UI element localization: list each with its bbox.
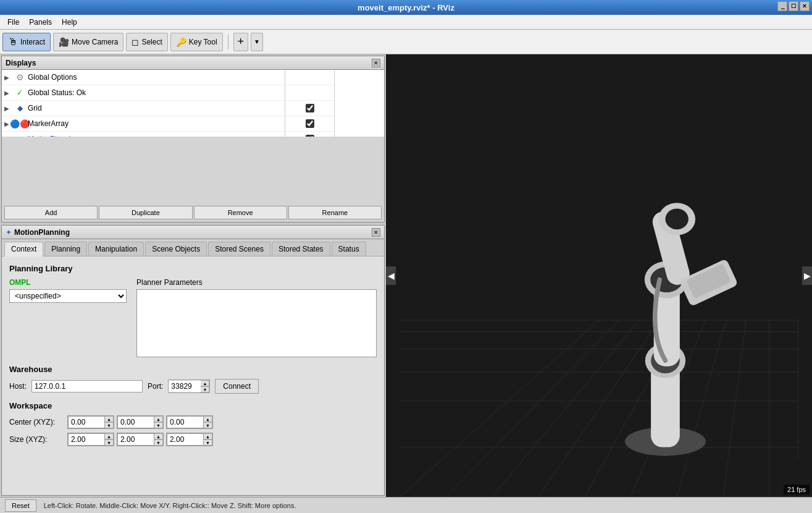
center-z-input[interactable] [167, 416, 204, 428]
menu-help[interactable]: Help [57, 17, 82, 28]
maximize-btn[interactable]: ☐ [789, 1, 798, 11]
ompl-label: OMPL [9, 278, 127, 287]
expand-global-status[interactable]: ▶ [4, 90, 14, 96]
center-y-down-btn[interactable]: ▼ [154, 422, 163, 428]
center-y-input[interactable] [117, 416, 154, 428]
minimize-btn[interactable]: ⎯ [777, 1, 787, 11]
size-y-group: ▲ ▼ [117, 433, 164, 446]
host-label: Host: [9, 382, 27, 391]
motion-panel-title: MotionPlanning [14, 228, 70, 237]
move-camera-icon: 🎥 [59, 37, 69, 47]
key-tool-button[interactable]: 🔑 Key Tool [170, 33, 223, 51]
port-input[interactable] [169, 381, 201, 392]
reset-button[interactable]: Reset [5, 499, 36, 512]
warehouse-row: Host: Port: ▲ ▼ Connect [9, 379, 377, 394]
center-z-down-btn[interactable]: ▼ [204, 422, 212, 428]
size-x-group: ▲ ▼ [67, 433, 114, 446]
workspace-title: Workspace [9, 401, 377, 410]
expand-global-options[interactable]: ▶ [4, 74, 14, 81]
move-camera-label: Move Camera [72, 38, 118, 46]
connect-button[interactable]: Connect [215, 379, 259, 394]
planner-params-box [136, 289, 377, 357]
markerarray-checkbox[interactable] [306, 119, 314, 128]
status-text: Left-Click: Rotate. Middle-Click: Move X… [44, 502, 296, 509]
select-button[interactable]: ◻ Select [126, 33, 167, 51]
key-icon: 🔑 [176, 37, 186, 47]
check-icon: ✓ [14, 87, 25, 98]
fps-badge: 21 fps [784, 485, 810, 494]
add-button[interactable]: Add [4, 206, 98, 219]
tree-row-global-options: ▶ ⚙ Global Options [2, 70, 334, 85]
size-y-down-btn[interactable]: ▼ [154, 439, 163, 446]
interact-button[interactable]: 🖱 Interact [2, 33, 51, 51]
expand-grid[interactable]: ▶ [4, 105, 14, 112]
port-down-btn[interactable]: ▼ [201, 386, 209, 392]
size-y-up-btn[interactable]: ▲ [154, 433, 163, 439]
interact-icon: 🖱 [8, 36, 18, 48]
rename-button[interactable]: Rename [288, 206, 382, 219]
port-spinner-group: ▲ ▼ [168, 379, 210, 393]
viewport-left-arrow[interactable]: ◀ [386, 266, 396, 285]
size-z-up-btn[interactable]: ▲ [204, 433, 212, 439]
tab-planning[interactable]: Planning [44, 242, 87, 256]
center-xyz-row: Center (XYZ): ▲ ▼ ▲ ▼ [9, 415, 377, 429]
size-y-input[interactable] [117, 433, 154, 446]
main-layout: Displays ✕ ▶ ⚙ Global Options [0, 54, 812, 497]
dropdown-button[interactable]: ▼ [251, 33, 263, 51]
planning-left: OMPL <unspecified> [9, 278, 127, 357]
svg-rect-0 [400, 54, 798, 497]
warehouse-section: Warehouse Host: Port: ▲ ▼ Connect [9, 365, 377, 394]
tab-scene-objects[interactable]: Scene Objects [145, 242, 207, 256]
motion-panel-icon: ✦ [6, 228, 12, 237]
tab-status[interactable]: Status [332, 242, 366, 256]
window-controls[interactable]: ⎯ ☐ ✕ [777, 1, 810, 11]
size-x-up-btn[interactable]: ▲ [105, 433, 114, 439]
displays-title-bar: Displays ✕ [2, 56, 384, 70]
key-tool-label: Key Tool [189, 38, 217, 46]
tab-stored-states[interactable]: Stored States [272, 242, 330, 256]
center-z-group: ▲ ▼ [166, 415, 213, 429]
menu-bar: File Panels Help [0, 15, 812, 30]
center-z-up-btn[interactable]: ▲ [204, 416, 212, 422]
tree-row-grid: ▶ ◆ Grid [2, 101, 334, 116]
size-x-input[interactable] [68, 433, 105, 446]
planner-dropdown[interactable]: <unspecified> [9, 289, 127, 303]
size-z-input[interactable] [167, 433, 204, 446]
port-label: Port: [148, 382, 163, 391]
viewport-right-arrow[interactable]: ▶ [802, 266, 812, 285]
tree-row-markerarray: ▶ 🔵🔴 MarkerArray [2, 116, 334, 132]
remove-button[interactable]: Remove [194, 206, 287, 219]
grid-checkbox[interactable] [306, 104, 314, 112]
tree-row-motionplanning: ▶ ✦ MotionPlanning [2, 132, 334, 137]
grid-label: Grid [28, 104, 282, 112]
menu-file[interactable]: File [2, 17, 24, 28]
port-up-btn[interactable]: ▲ [201, 380, 209, 386]
size-x-down-btn[interactable]: ▼ [105, 439, 114, 446]
center-y-up-btn[interactable]: ▲ [154, 416, 163, 422]
displays-close-btn[interactable]: ✕ [372, 59, 380, 67]
size-z-down-btn[interactable]: ▼ [204, 439, 212, 446]
select-icon: ◻ [132, 37, 139, 47]
move-camera-button[interactable]: 🎥 Move Camera [53, 33, 123, 51]
tab-content-context: Planning Library OMPL <unspecified> Plan… [2, 256, 384, 495]
displays-panel: Displays ✕ ▶ ⚙ Global Options [1, 56, 385, 223]
gear-icon: ⚙ [14, 72, 25, 83]
center-x-down-btn[interactable]: ▼ [105, 422, 114, 428]
close-btn[interactable]: ✕ [800, 1, 810, 11]
menu-panels[interactable]: Panels [24, 17, 57, 28]
planning-library-title: Planning Library [9, 264, 377, 273]
host-input[interactable] [31, 380, 143, 392]
tab-context[interactable]: Context [4, 242, 43, 256]
grid-icon: ◆ [14, 103, 25, 114]
displays-right [335, 70, 384, 137]
duplicate-button[interactable]: Duplicate [99, 206, 192, 219]
center-x-input[interactable] [68, 416, 105, 428]
tree-row-global-status: ▶ ✓ Global Status: Ok [2, 85, 334, 101]
center-x-up-btn[interactable]: ▲ [105, 416, 114, 422]
size-z-group: ▲ ▼ [166, 433, 213, 446]
viewport[interactable]: ◀ ▶ 21 fps [386, 54, 812, 497]
tab-manipulation[interactable]: Manipulation [88, 242, 144, 256]
motion-panel-close-btn[interactable]: ✕ [372, 228, 380, 237]
add-tool-button[interactable]: + [233, 33, 249, 51]
tab-stored-scenes[interactable]: Stored Scenes [208, 242, 270, 256]
